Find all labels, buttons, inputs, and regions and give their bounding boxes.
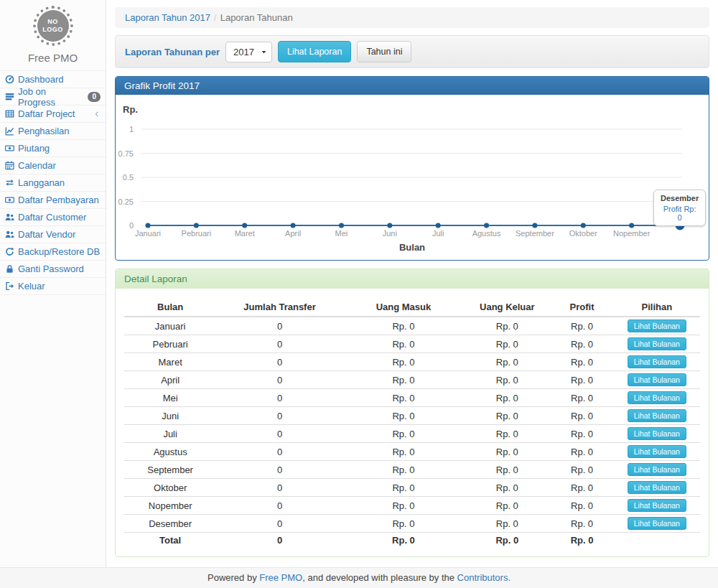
no-logo-badge: NO LOGO (33, 6, 73, 46)
table-row: Januari 0 Rp. 0 Rp. 0 Rp. 0 Lihat Bulana… (124, 317, 700, 335)
sidebar-item-daftar-pembayaran[interactable]: Daftar Pembayaran (0, 192, 106, 209)
table-row: Mei 0 Rp. 0 Rp. 0 Rp. 0 Lihat Bulanan (124, 389, 700, 407)
cell-jumlah-transfer: 0 (216, 515, 342, 533)
col-header-profit: Profit (550, 298, 613, 317)
view-monthly-button[interactable]: Lihat Bulanan (628, 427, 686, 440)
total-label: Total (124, 533, 216, 549)
cell-bulan: Mei (124, 389, 216, 407)
view-monthly-button[interactable]: Lihat Bulanan (628, 355, 686, 368)
cell-profit: Rp. 0 (550, 335, 613, 353)
view-monthly-button[interactable]: Lihat Bulanan (628, 373, 686, 386)
total-row: Total 0 Rp. 0 Rp. 0 Rp. 0 (124, 533, 700, 549)
breadcrumb-link-laporan-tahun[interactable]: Laporan Tahun 2017 (125, 12, 210, 23)
cell-profit: Rp. 0 (550, 515, 613, 533)
view-monthly-button[interactable]: Lihat Bulanan (628, 517, 686, 530)
tooltip-value: Profit Rp: 0 (661, 205, 699, 222)
sidebar-item-label: Keluar (18, 281, 45, 291)
report-table-body: Januari 0 Rp. 0 Rp. 0 Rp. 0 Lihat Bulana… (124, 317, 700, 548)
monthly-report-table: Bulan Jumlah Transfer Uang Masuk Uang Ke… (124, 298, 700, 548)
cell-jumlah-transfer: 0 (216, 317, 342, 335)
this-year-button[interactable]: Tahun ini (357, 41, 411, 62)
users-icon (5, 213, 14, 222)
cell-bulan: Pebruari (124, 335, 216, 353)
table-row: Oktober 0 Rp. 0 Rp. 0 Rp. 0 Lihat Bulana… (124, 479, 700, 497)
total-uang-keluar: Rp. 0 (464, 533, 550, 549)
calendar-icon (5, 161, 14, 170)
svg-text:April: April (285, 229, 301, 238)
cell-profit: Rp. 0 (550, 389, 613, 407)
cell-uang-keluar: Rp. 0 (464, 317, 550, 335)
table-header-row: Bulan Jumlah Transfer Uang Masuk Uang Ke… (124, 298, 700, 317)
cell-profit: Rp. 0 (550, 497, 613, 515)
sidebar-item-calendar[interactable]: Calendar (0, 157, 106, 174)
sidebar-item-penghasilan[interactable]: Penghasilan (0, 123, 106, 140)
money-icon (5, 195, 14, 205)
cell-bulan: Agustus (124, 443, 216, 461)
cell-uang-masuk: Rp. 0 (343, 407, 464, 425)
sidebar-item-keluar[interactable]: Keluar (0, 278, 106, 295)
view-monthly-button[interactable]: Lihat Bulanan (628, 319, 686, 332)
cell-uang-keluar: Rp. 0 (464, 479, 550, 497)
sidebar: NO LOGO Free PMO Dashboard Job on Progre… (0, 0, 106, 567)
cell-jumlah-transfer: 0 (216, 461, 342, 479)
sidebar-item-label: Daftar Vendor (18, 229, 75, 240)
svg-text:1: 1 (129, 125, 134, 134)
svg-text:September: September (516, 229, 554, 238)
cell-uang-masuk: Rp. 0 (343, 335, 464, 353)
svg-text:Maret: Maret (235, 229, 255, 238)
footer-brand-link[interactable]: Free PMO (259, 572, 302, 583)
view-monthly-button[interactable]: Lihat Bulanan (628, 445, 686, 458)
y-axis-title: Rp. (123, 104, 700, 115)
cell-uang-masuk: Rp. 0 (343, 317, 464, 335)
sidebar-item-backup-restore-db[interactable]: Backup/Restore DB (0, 243, 106, 261)
total-uang-masuk: Rp. 0 (343, 533, 464, 549)
sidebar-item-piutang[interactable]: Piutang (0, 140, 106, 157)
footer-contributors-link[interactable]: Contributors. (457, 572, 510, 583)
main-content: Laporan Tahun 2017/Laporan Tahunan Lapor… (115, 7, 709, 557)
view-report-button[interactable]: Lihat Laporan (278, 41, 351, 62)
view-monthly-button[interactable]: Lihat Bulanan (628, 463, 686, 476)
cell-jumlah-transfer: 0 (216, 479, 342, 497)
table-row: Agustus 0 Rp. 0 Rp. 0 Rp. 0 Lihat Bulana… (124, 443, 700, 461)
sidebar-item-daftar-vendor[interactable]: Daftar Vendor (0, 226, 106, 243)
view-monthly-button[interactable]: Lihat Bulanan (628, 499, 686, 512)
col-header-bulan: Bulan (124, 298, 216, 317)
svg-text:Oktober: Oktober (569, 229, 597, 238)
sidebar-item-job-on-progress[interactable]: Job on Progress 0 (0, 88, 106, 106)
refresh-icon (5, 247, 14, 256)
view-monthly-button[interactable]: Lihat Bulanan (628, 391, 686, 404)
cell-uang-keluar: Rp. 0 (464, 497, 550, 515)
cell-jumlah-transfer: 0 (216, 407, 342, 425)
sidebar-item-daftar-customer[interactable]: Daftar Customer (0, 209, 106, 226)
cell-uang-masuk: Rp. 0 (343, 479, 464, 497)
sidebar-item-daftar-project[interactable]: Daftar Project (0, 106, 106, 123)
table-icon (5, 109, 14, 118)
cell-bulan: Juni (124, 407, 216, 425)
view-monthly-button[interactable]: Lihat Bulanan (628, 409, 686, 422)
sidebar-item-label: Backup/Restore DB (18, 246, 100, 257)
detail-panel-body: Bulan Jumlah Transfer Uang Masuk Uang Ke… (116, 289, 709, 556)
sidebar-item-ganti-password[interactable]: Ganti Password (0, 261, 106, 278)
cell-uang-masuk: Rp. 0 (343, 515, 464, 533)
sidebar-item-langganan[interactable]: Langganan (0, 174, 106, 192)
cell-pilihan: Lihat Bulanan (614, 497, 700, 515)
cell-pilihan: Lihat Bulanan (614, 479, 700, 497)
sidebar-item-label: Job on Progress (18, 86, 84, 108)
cell-pilihan: Lihat Bulanan (614, 443, 700, 461)
view-monthly-button[interactable]: Lihat Bulanan (628, 481, 686, 494)
cell-uang-keluar: Rp. 0 (464, 443, 550, 461)
svg-text:Januari: Januari (135, 229, 161, 238)
profit-line-chart[interactable]: 00.250.50.751JanuariPebruariMaretAprilMe… (123, 116, 701, 241)
cell-pilihan: Lihat Bulanan (614, 371, 700, 389)
year-select[interactable]: 2017 (225, 42, 272, 62)
year-filter-label: Laporan Tahunan per (125, 47, 220, 57)
svg-text:Pebruari: Pebruari (182, 229, 212, 238)
sidebar-item-label: Daftar Pembayaran (18, 195, 99, 205)
svg-text:Juli: Juli (432, 229, 444, 238)
col-header-uang-keluar: Uang Keluar (464, 298, 550, 317)
logo-text-bottom: LOGO (42, 26, 63, 34)
view-monthly-button[interactable]: Lihat Bulanan (628, 337, 686, 350)
cell-jumlah-transfer: 0 (216, 425, 342, 443)
cell-profit: Rp. 0 (550, 461, 613, 479)
job-count-badge: 0 (88, 92, 101, 102)
